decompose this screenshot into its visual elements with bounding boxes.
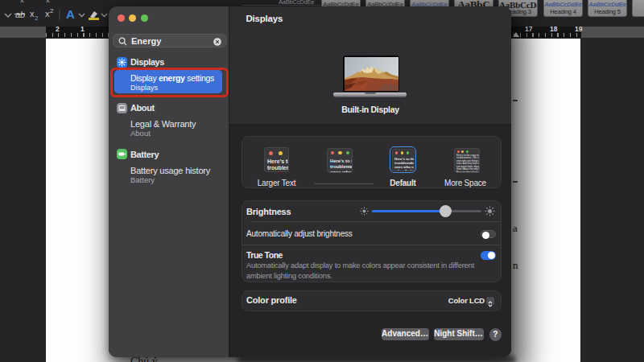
svg-text:✕: ✕	[45, 0, 51, 5]
svg-text:2: 2	[35, 14, 39, 22]
svg-text:2: 2	[50, 7, 54, 14]
svg-text:A: A	[66, 7, 75, 21]
svg-text:✕: ✕	[19, 0, 25, 5]
